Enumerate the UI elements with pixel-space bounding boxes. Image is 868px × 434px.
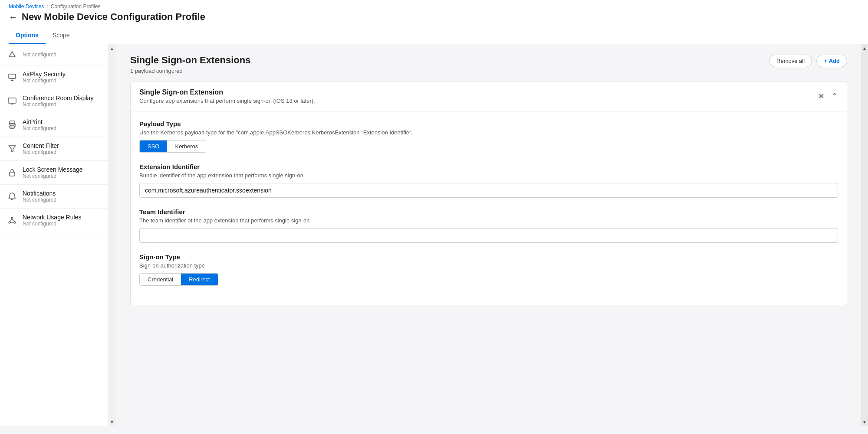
sidebar-item-lock-sub: Not configured: [23, 173, 83, 179]
payload-type-section: Payload Type Use the Kerberos payload ty…: [139, 120, 838, 153]
payload-type-sso-btn[interactable]: SSO: [140, 140, 167, 152]
sign-on-type-toggle: Credential Redirect: [139, 273, 218, 286]
sidebar-item-prev[interactable]: Not configured: [0, 44, 108, 65]
lock-icon: [7, 167, 17, 178]
top-bar: Mobile Devices : Configuration Profiles …: [0, 0, 868, 27]
team-identifier-desc: The team identifier of the app extension…: [139, 217, 838, 224]
sidebar-item-lock-screen[interactable]: Lock Screen Message Not configured: [0, 161, 108, 185]
svg-point-15: [14, 222, 16, 223]
sidebar-item-content-filter[interactable]: Content Filter Not configured: [0, 137, 108, 161]
svg-point-13: [11, 217, 13, 219]
sidebar-item-network-usage[interactable]: Network Usage Rules Not configured: [0, 209, 108, 232]
card-header: Single Sign-on Extension Configure app e…: [131, 82, 847, 111]
add-plus-icon: +: [824, 58, 827, 64]
tab-options[interactable]: Options: [9, 27, 46, 44]
sign-on-type-section: Sign-on Type Sign-on authorization type …: [139, 253, 838, 286]
bell-icon: [7, 191, 17, 202]
section-header: Single Sign-on Extensions 1 payload conf…: [116, 44, 861, 81]
sidebar-item-notifications-label: Notifications: [23, 190, 56, 197]
sidebar-item-content-filter-label: Content Filter: [23, 142, 59, 149]
team-identifier-label: Team Identifier: [139, 208, 838, 215]
page-title-row: ← New Mobile Device Configuration Profil…: [9, 11, 859, 27]
sidebar-item-notifications-sub: Not configured: [23, 197, 56, 203]
sign-on-redirect-btn[interactable]: Redirect: [181, 274, 217, 285]
add-label: Add: [829, 58, 840, 64]
card-collapse-button[interactable]: ⌃: [832, 91, 838, 101]
extension-identifier-desc: Bundle identifier of the app extension t…: [139, 172, 838, 179]
sidebar-item-lock-label: Lock Screen Message: [23, 166, 83, 173]
filter-icon: [7, 144, 17, 154]
card-body: Payload Type Use the Kerberos payload ty…: [131, 111, 847, 305]
breadcrumb-parent[interactable]: Mobile Devices: [9, 3, 44, 10]
header-actions: Remove all + Add: [769, 55, 847, 67]
network-icon: [7, 215, 17, 225]
sidebar-item-airprint-label: AirPrint: [23, 118, 56, 125]
breadcrumb-sep: :: [46, 3, 48, 10]
sidebar-item-prev-sub: Not configured: [23, 52, 56, 58]
sidebar-item-notifications[interactable]: Notifications Not configured: [0, 185, 108, 209]
svg-line-17: [12, 219, 14, 222]
breadcrumb: Mobile Devices : Configuration Profiles: [9, 3, 859, 10]
sign-on-credential-btn[interactable]: Credential: [140, 274, 181, 285]
extension-identifier-section: Extension Identifier Bundle identifier o…: [139, 163, 838, 198]
svg-point-10: [14, 124, 15, 125]
sidebar-item-conference-label: Conference Room Display: [23, 95, 93, 101]
extension-identifier-input[interactable]: [139, 183, 838, 198]
page-title: New Mobile Device Configuration Profile: [22, 11, 205, 23]
sidebar-item-network-label: Network Usage Rules: [23, 214, 81, 221]
sidebar-item-airplay-security[interactable]: AirPlay Security Not configured: [0, 65, 108, 89]
payload-type-desc: Use the Kerberos payload type for the "c…: [139, 129, 838, 136]
main-scroll-down[interactable]: ▼: [861, 418, 868, 426]
sidebar-item-airprint-sub: Not configured: [23, 125, 56, 131]
svg-rect-1: [9, 74, 16, 78]
sidebar-scroll-down[interactable]: ▼: [108, 418, 116, 426]
sidebar: ▲ ▼ Not configured: [0, 44, 116, 426]
card-title: Single Sign-on Extension: [139, 88, 315, 96]
main-scroll-up[interactable]: ▲: [861, 44, 868, 52]
sign-on-type-label: Sign-on Type: [139, 253, 838, 261]
breadcrumb-current: Configuration Profiles: [51, 3, 101, 10]
back-button[interactable]: ←: [9, 12, 17, 22]
card-header-actions: ✕ ⌃: [818, 91, 838, 101]
sidebar-item-conference-sub: Not configured: [23, 101, 93, 108]
sidebar-item-airplay-label: AirPlay Security: [23, 71, 66, 78]
sidebar-item-airprint[interactable]: AirPrint Not configured: [0, 113, 108, 137]
tab-scope[interactable]: Scope: [46, 27, 77, 44]
main-scrollbar: ▲ ▼: [861, 44, 868, 426]
extension-identifier-label: Extension Identifier: [139, 163, 838, 170]
team-identifier-input[interactable]: [139, 228, 838, 243]
section-subtitle: 1 payload configured: [130, 68, 250, 74]
team-identifier-section: Team Identifier The team identifier of t…: [139, 208, 838, 243]
sidebar-item-conference[interactable]: Conference Room Display Not configured: [0, 89, 108, 113]
section-title: Single Sign-on Extensions: [130, 55, 250, 66]
card-close-button[interactable]: ✕: [818, 91, 825, 101]
svg-line-16: [10, 219, 12, 222]
main-layout: ▲ ▼ Not configured: [0, 44, 868, 426]
svg-marker-11: [9, 146, 16, 152]
sidebar-item-network-sub: Not configured: [23, 221, 81, 227]
print-icon: [7, 120, 17, 130]
main-content: Single Sign-on Extensions 1 payload conf…: [116, 44, 861, 426]
sidebar-item-airplay-sub: Not configured: [23, 78, 66, 84]
card-description: Configure app extensions that perform si…: [139, 98, 315, 104]
sso-extension-card: Single Sign-on Extension Configure app e…: [130, 81, 847, 305]
svg-point-14: [9, 222, 10, 223]
payload-type-toggle: SSO Kerberos: [139, 140, 206, 153]
airplay-icon: [7, 72, 17, 82]
remove-all-button[interactable]: Remove all: [769, 55, 812, 67]
svg-rect-12: [10, 172, 15, 176]
svg-rect-4: [8, 98, 16, 103]
payload-type-kerberos-btn[interactable]: Kerberos: [167, 140, 206, 152]
sign-on-type-desc: Sign-on authorization type: [139, 262, 838, 269]
triangle-icon: [7, 49, 17, 60]
svg-marker-0: [9, 52, 15, 57]
sidebar-scroll-up[interactable]: ▲: [108, 44, 116, 53]
tabs-row: Options Scope: [0, 27, 868, 44]
payload-type-label: Payload Type: [139, 120, 838, 127]
add-button[interactable]: + Add: [816, 55, 847, 67]
sidebar-item-content-filter-sub: Not configured: [23, 149, 59, 155]
display-icon: [7, 96, 17, 106]
